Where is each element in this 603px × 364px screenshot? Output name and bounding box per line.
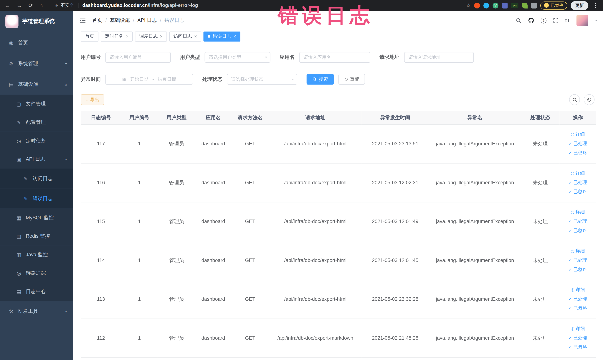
fullscreen-icon[interactable] — [553, 17, 559, 23]
toggle-search-button[interactable] — [569, 94, 580, 105]
mark-processed-link[interactable]: ✓已处理 — [568, 335, 587, 341]
process-status-select[interactable]: 请选择处理状态 ▾ — [227, 74, 297, 84]
mark-processed-link[interactable]: ✓已处理 — [568, 257, 587, 263]
sidebar-item-label: 研发工具 — [18, 308, 38, 315]
download-icon: ↓ — [86, 97, 88, 102]
extension-on-badge-icon[interactable]: on — [511, 3, 518, 8]
tab-schedule-log[interactable]: 调度日志 × — [135, 31, 167, 41]
extension-leaf-icon[interactable] — [522, 2, 528, 8]
mark-processed-link[interactable]: ✓已处理 — [568, 296, 587, 302]
sidebar-item-redis-monitor[interactable]: ▧ Redis 监控 — [0, 227, 73, 246]
collapse-sidebar-icon[interactable] — [79, 17, 86, 23]
sidebar-item-file-manage[interactable]: ▢ 文件管理 — [0, 94, 73, 113]
sidebar-item-access-log[interactable]: ✎ 访问日志 — [0, 169, 73, 188]
cell-actions: ◎详细 ✓已处理 ✓已忽略 — [560, 241, 596, 280]
sidebar-item-home[interactable]: ◉ 首页 — [0, 32, 73, 53]
infrastructure-icon: ▤ — [8, 82, 14, 87]
sidebar-item-label: 配置管理 — [26, 119, 46, 126]
kebab-menu-icon[interactable]: ⋮ — [593, 2, 598, 9]
mark-ignored-link[interactable]: ✓已忽略 — [568, 227, 587, 234]
user-id-input[interactable] — [105, 52, 171, 63]
sidebar-item-label: 定时任务 — [26, 137, 46, 144]
sidebar-item-java-monitor[interactable]: ▥ Java 监控 — [0, 246, 73, 264]
extension-puzzle-icon[interactable] — [531, 2, 537, 8]
extension-grid-icon[interactable] — [502, 2, 508, 8]
warning-icon: ⚠ — [55, 3, 58, 8]
close-icon[interactable]: × — [233, 34, 236, 39]
home-icon[interactable]: ⌂ — [39, 2, 43, 8]
detail-link[interactable]: ◎详细 — [571, 131, 585, 138]
export-button[interactable]: ↓ 导出 — [81, 94, 104, 105]
detail-link[interactable]: ◎详细 — [571, 325, 585, 332]
sidebar-item-mysql-monitor[interactable]: ▦ MySQL 监控 — [0, 208, 73, 227]
sidebar-item-config-manage[interactable]: ✎ 配置管理 — [0, 113, 73, 132]
breadcrumb-infra[interactable]: 基础设施 — [102, 17, 130, 24]
breadcrumb-api-log[interactable]: API 日志 — [130, 17, 157, 24]
font-size-icon[interactable]: tT — [565, 17, 570, 23]
mark-ignored-link[interactable]: ✓已忽略 — [568, 305, 587, 312]
sidebar-item-system[interactable]: ⚙ 系统管理 ▾ — [0, 53, 73, 74]
detail-link[interactable]: ◎详细 — [571, 170, 585, 176]
horizontal-scrollbar-track[interactable] — [0, 360, 73, 364]
reload-icon[interactable]: ⟳ — [29, 2, 33, 8]
close-icon[interactable]: × — [126, 34, 128, 39]
sidebar-item-devtools[interactable]: ⚒ 研发工具 ▾ — [0, 301, 73, 322]
help-icon[interactable]: ? — [541, 17, 546, 23]
reset-button[interactable]: ↻ 重置 — [338, 74, 365, 84]
sidebar-item-scheduled-jobs[interactable]: ◷ 定时任务 — [0, 132, 73, 150]
tab-access-log[interactable]: 访问日志 × — [169, 31, 201, 41]
tab-scheduled-jobs[interactable]: 定时任务 × — [101, 31, 133, 41]
mark-ignored-link[interactable]: ✓已忽略 — [568, 344, 587, 351]
tab-error-log[interactable]: 错误日志 × — [204, 31, 240, 41]
bookmark-star-icon[interactable]: ☆ — [466, 2, 471, 8]
back-icon[interactable]: ← — [5, 2, 10, 8]
mark-ignored-link[interactable]: ✓已忽略 — [568, 266, 587, 273]
user-avatar[interactable] — [577, 15, 588, 26]
cell-app-name: dashboard — [195, 202, 231, 241]
mark-ignored-link[interactable]: ✓已忽略 — [568, 188, 587, 195]
close-icon[interactable]: × — [194, 34, 197, 39]
mark-processed-link[interactable]: ✓已处理 — [568, 179, 587, 186]
detail-link[interactable]: ◎详细 — [571, 248, 585, 254]
cell-method: GET — [231, 241, 269, 280]
sidebar-item-error-log[interactable]: ✎ 错误日志 — [0, 188, 73, 209]
breadcrumb-home[interactable]: 首页 — [92, 17, 102, 24]
security-indicator[interactable]: ⚠ 不安全 — [55, 2, 74, 9]
browser-update-button[interactable]: 更新 — [571, 1, 588, 10]
sidebar-item-trace[interactable]: ◎ 链路追踪 — [0, 264, 73, 282]
mark-ignored-link[interactable]: ✓已忽略 — [568, 150, 587, 156]
search-button-label: 搜索 — [319, 76, 328, 82]
profile-paused-badge[interactable]: 已暂停 — [540, 1, 567, 10]
extension-drop-icon[interactable] — [483, 2, 489, 8]
avatar-caret-icon[interactable]: ▼ — [595, 19, 598, 22]
address-bar[interactable]: dashboard.yudao.iocoder.cn/infra/log/api… — [78, 3, 198, 8]
mark-processed-link[interactable]: ✓已处理 — [568, 218, 587, 224]
extension-vue-icon[interactable]: V — [493, 2, 499, 8]
cell-log-id: 115 — [81, 202, 121, 241]
cell-method: GET — [231, 124, 269, 163]
mark-processed-link[interactable]: ✓已处理 — [568, 140, 587, 147]
app-name-input[interactable] — [299, 52, 370, 63]
app-title: 芋道管理系统 — [22, 18, 55, 25]
tab-home[interactable]: 首页 — [81, 31, 98, 41]
extension-orange-icon[interactable] — [474, 2, 480, 8]
sidebar-item-log-center[interactable]: ▤ 日志中心 — [0, 282, 73, 301]
refresh-table-button[interactable]: ↻ — [584, 94, 594, 105]
cell-exception-name: java.lang.IllegalArgumentException — [429, 124, 521, 163]
sidebar-item-api-log[interactable]: ▣ API 日志 ▴ — [0, 150, 73, 169]
request-url-input[interactable] — [404, 52, 474, 63]
date-range-picker[interactable]: ▦ 开始日期 - 结束日期 — [105, 74, 193, 84]
sidebar-item-infra[interactable]: ▤ 基础设施 ▴ — [0, 74, 73, 94]
app-logo[interactable]: 芋道管理系统 — [0, 11, 73, 32]
search-button[interactable]: 搜索 — [306, 74, 334, 84]
github-icon[interactable] — [528, 17, 534, 23]
table-row: 115 1 管理员 dashboard GET /api/infra/db-do… — [81, 202, 596, 241]
forward-icon[interactable]: → — [16, 2, 22, 8]
detail-link[interactable]: ◎详细 — [571, 209, 585, 215]
search-icon[interactable] — [516, 17, 522, 23]
col-log-id: 日志编号 — [81, 111, 121, 124]
sidebar-item-label: 基础设施 — [18, 81, 38, 88]
detail-link[interactable]: ◎详细 — [571, 287, 585, 293]
user-type-select[interactable]: 请选择用户类型 ▾ — [205, 52, 270, 63]
close-icon[interactable]: × — [160, 34, 163, 39]
